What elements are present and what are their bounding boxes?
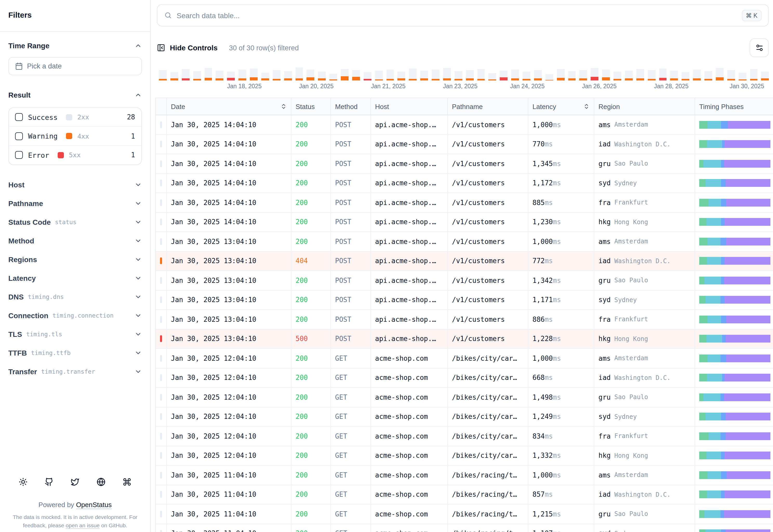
table-row[interactable]: Jan 30, 2025 14:04:10200POSTapi.acme-sho… — [155, 193, 773, 213]
table-row[interactable]: Jan 30, 2025 13:04:10200POSTapi.acme-sho… — [155, 290, 773, 310]
histogram-bar-21[interactable] — [386, 64, 394, 80]
table-row[interactable]: Jan 30, 2025 11:04:10200GETacme-shop.com… — [155, 504, 773, 524]
time-range-section-header[interactable]: Time Range — [8, 38, 142, 53]
timing-phases-bar[interactable] — [699, 160, 770, 168]
command-icon[interactable] — [121, 476, 132, 487]
cell-select[interactable] — [156, 427, 167, 446]
row-status-indicator[interactable] — [160, 141, 162, 148]
row-status-indicator[interactable] — [160, 316, 162, 323]
timing-phases-bar[interactable] — [699, 199, 770, 207]
column-header-date[interactable]: Date — [167, 98, 292, 115]
histogram-bar-30[interactable] — [488, 64, 496, 80]
histogram-bar-32[interactable] — [511, 64, 519, 80]
cell-select[interactable] — [156, 466, 167, 485]
cell-select[interactable] — [156, 115, 167, 135]
sidebar-item-status-code[interactable]: Status Codestatus — [0, 213, 150, 231]
histogram-bar-48[interactable] — [693, 64, 701, 80]
row-status-indicator[interactable] — [160, 219, 162, 226]
table-row[interactable]: Jan 30, 2025 14:04:10200POSTapi.acme-sho… — [155, 213, 773, 232]
table-row[interactable]: Jan 30, 2025 12:04:10200GETacme-shop.com… — [155, 388, 773, 407]
table-row[interactable]: Jan 30, 2025 12:04:10200GETacme-shop.com… — [155, 349, 773, 368]
cell-select[interactable] — [156, 368, 167, 388]
histogram-bar-20[interactable] — [375, 64, 383, 80]
histogram-bar-39[interactable] — [591, 64, 599, 80]
table-row[interactable]: Jan 30, 2025 11:04:10200GETacme-shop.com… — [155, 466, 773, 485]
timing-phases-bar[interactable] — [699, 491, 770, 499]
row-status-indicator[interactable] — [160, 472, 162, 479]
checkbox[interactable] — [15, 151, 23, 159]
table-row[interactable]: Jan 30, 2025 13:04:10200POSTapi.acme-sho… — [155, 232, 773, 251]
search-input[interactable]: Search data table... ⌘ K — [157, 4, 769, 26]
row-status-indicator[interactable] — [160, 258, 162, 264]
timing-phases-bar[interactable] — [699, 471, 770, 479]
timing-phases-bar[interactable] — [699, 432, 770, 440]
histogram-bar-44[interactable] — [648, 64, 655, 80]
github-icon[interactable] — [44, 476, 54, 487]
sidebar-item-ttfb[interactable]: TTFBtiming.ttfb — [0, 344, 150, 362]
histogram-bar-4[interactable] — [193, 64, 201, 80]
result-option-success[interactable]: Success2xx28 — [9, 108, 141, 127]
histogram-bar-19[interactable] — [364, 64, 371, 80]
checkbox[interactable] — [15, 132, 23, 140]
timing-phases-bar[interactable] — [699, 316, 770, 323]
histogram-bar-40[interactable] — [602, 64, 610, 80]
table-row[interactable]: Jan 30, 2025 12:04:10200GETacme-shop.com… — [155, 427, 773, 446]
histogram-bar-51[interactable] — [727, 64, 735, 80]
open-issue-link[interactable]: open an issue — [66, 522, 100, 528]
table-row[interactable]: Jan 30, 2025 14:04:10200POSTapi.acme-sho… — [155, 174, 773, 193]
hide-controls-button[interactable]: Hide Controls — [157, 42, 221, 54]
result-option-warning[interactable]: Warning4xx1 — [9, 127, 141, 146]
timing-phases-bar[interactable] — [699, 354, 770, 362]
row-status-indicator[interactable] — [160, 121, 162, 128]
sidebar-item-pathname[interactable]: Pathname — [0, 194, 150, 213]
sidebar-item-dns[interactable]: DNStiming.dns — [0, 288, 150, 306]
histogram-bar-43[interactable] — [636, 64, 644, 80]
histogram-bar-27[interactable] — [454, 64, 462, 80]
histogram-bar-18[interactable] — [352, 64, 360, 80]
table-row[interactable]: Jan 30, 2025 14:04:10200POSTapi.acme-sho… — [155, 135, 773, 154]
sidebar-item-host[interactable]: Host — [0, 175, 150, 194]
timing-phases-bar[interactable] — [699, 179, 770, 187]
sidebar-item-regions[interactable]: Regions — [0, 250, 150, 269]
row-status-indicator[interactable] — [160, 530, 162, 532]
cell-select[interactable] — [156, 213, 167, 232]
row-status-indicator[interactable] — [160, 277, 162, 284]
histogram-bar-7[interactable] — [227, 64, 235, 80]
row-status-indicator[interactable] — [160, 433, 162, 440]
histogram-bar-41[interactable] — [614, 64, 621, 80]
histogram-bar-24[interactable] — [420, 64, 428, 80]
histogram-bar-23[interactable] — [409, 64, 417, 80]
cell-select[interactable] — [156, 290, 167, 310]
histogram-bar-54[interactable] — [761, 64, 769, 80]
column-header-select[interactable] — [156, 98, 167, 115]
globe-icon[interactable] — [96, 476, 106, 487]
row-status-indicator[interactable] — [160, 336, 162, 342]
histogram-bar-31[interactable] — [500, 64, 508, 80]
checkbox[interactable] — [15, 113, 23, 121]
histogram-bar-5[interactable] — [205, 64, 212, 80]
timing-phases-bar[interactable] — [699, 296, 770, 304]
histogram-bar-37[interactable] — [568, 64, 576, 80]
histogram-bar-3[interactable] — [182, 64, 189, 80]
row-status-indicator[interactable] — [160, 452, 162, 459]
date-picker-input[interactable]: Pick a date — [8, 57, 142, 75]
cell-select[interactable] — [156, 154, 167, 174]
histogram-bar-35[interactable] — [545, 64, 553, 80]
histogram-bar-49[interactable] — [704, 64, 712, 80]
histogram-bar-26[interactable] — [443, 64, 451, 80]
timing-phases-bar[interactable] — [699, 121, 770, 129]
row-status-indicator[interactable] — [160, 355, 162, 362]
cell-select[interactable] — [156, 310, 167, 329]
row-status-indicator[interactable] — [160, 413, 162, 420]
timing-phases-bar[interactable] — [699, 257, 770, 265]
histogram-bar-53[interactable] — [750, 64, 758, 80]
requests-histogram[interactable]: Jan 18, 2025Jan 20, 2025Jan 21, 2025Jan … — [159, 64, 769, 91]
row-status-indicator[interactable] — [160, 511, 162, 517]
sidebar-item-latency[interactable]: Latency — [0, 269, 150, 288]
cell-select[interactable] — [156, 232, 167, 251]
histogram-bar-17[interactable] — [341, 64, 349, 80]
cell-select[interactable] — [156, 485, 167, 504]
histogram-bar-8[interactable] — [239, 64, 246, 80]
histogram-bar-45[interactable] — [659, 64, 667, 80]
cell-select[interactable] — [156, 349, 167, 368]
